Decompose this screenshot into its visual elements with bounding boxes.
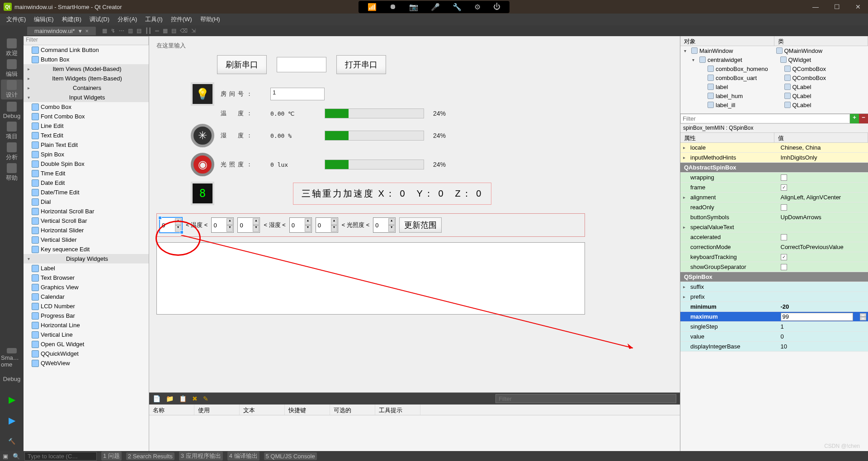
widgetbox-item[interactable]: Calendar xyxy=(24,292,149,301)
object-row[interactable]: comboBox_uartQComboBox xyxy=(680,73,868,82)
property-row[interactable]: ▸prefix xyxy=(680,292,868,302)
copy-icon[interactable]: 📋 xyxy=(179,395,187,402)
property-row[interactable]: ▸suffix xyxy=(680,282,868,292)
sidebar-toggle-icon[interactable]: ▣ xyxy=(3,453,8,460)
widgetbox-item[interactable]: Font Combo Box xyxy=(24,112,149,121)
update-range-button[interactable]: 更新范围 xyxy=(399,217,442,233)
spinbox-lux-min[interactable]: 0▲▼ xyxy=(316,217,338,233)
widgetbox-item[interactable]: LCD Number xyxy=(24,301,149,311)
spinbox-lux-max[interactable]: 0▲▼ xyxy=(373,217,396,233)
widgetbox-item[interactable]: Text Edit xyxy=(24,131,149,140)
gear-icon[interactable]: ⚙ xyxy=(474,3,481,11)
widgetbox-item[interactable]: Button Box xyxy=(24,55,149,64)
output-search[interactable]: 2 Search Results xyxy=(126,452,175,460)
layout-vsplit-icon[interactable]: ═ xyxy=(155,28,159,34)
spinbox-hum-min[interactable]: 0▲▼ xyxy=(237,217,260,233)
widgetbox-item[interactable]: Vertical Slider xyxy=(24,235,149,245)
record-icon[interactable]: ⏺ xyxy=(389,3,396,11)
property-row[interactable]: wrapping xyxy=(680,173,868,183)
property-row[interactable]: value0 xyxy=(680,332,868,342)
log-textedit[interactable] xyxy=(156,242,585,315)
spinbox-temp-min[interactable]: 0▲▼ xyxy=(160,217,182,233)
widgetbox-item[interactable]: Horizontal Line xyxy=(24,320,149,330)
property-editor[interactable]: ▸localeChinese, China▸inputMethodHintsIm… xyxy=(680,143,868,451)
widgetbox-category[interactable]: ▸Containers xyxy=(24,83,149,93)
add-property-button[interactable]: + xyxy=(850,114,859,123)
kit-selector[interactable]: Sma…ome xyxy=(1,348,23,368)
tab-mainwindow-ui[interactable]: mainwindow.ui* ▾ × xyxy=(27,27,96,35)
object-row[interactable]: ▾centralwidgetQWidget xyxy=(680,55,868,64)
property-row[interactable]: singleStep1 xyxy=(680,322,868,332)
menu-debug[interactable]: 调试(D) xyxy=(86,14,113,25)
widgetbox-item[interactable]: Combo Box xyxy=(24,102,149,112)
build-button[interactable]: 🔨 xyxy=(1,431,23,451)
widgetbox-item[interactable]: Double Spin Box xyxy=(24,159,149,169)
widgetbox-category[interactable]: ▸Item Views (Model-Based) xyxy=(24,64,149,74)
object-row[interactable]: ▾MainWindowQMainWindow xyxy=(680,46,868,55)
action-filter[interactable] xyxy=(495,394,676,403)
run-button[interactable]: ▶ xyxy=(1,390,23,409)
widgetbox-item[interactable]: Key sequence Edit xyxy=(24,245,149,254)
signal-icon[interactable]: 📶 xyxy=(368,3,377,11)
mode-edit[interactable]: 编辑 xyxy=(1,59,23,79)
property-row[interactable]: ▸inputMethodHintsImhDigitsOnly xyxy=(680,153,868,163)
object-row[interactable]: label_illQLabel xyxy=(680,100,868,109)
camera-icon[interactable]: 📷 xyxy=(409,3,418,11)
mode-debug[interactable]: Debug xyxy=(1,100,23,120)
widgetbox-item[interactable]: Time Edit xyxy=(24,169,149,178)
widgetbox-filter[interactable]: Filter xyxy=(24,36,149,45)
refresh-port-button[interactable]: 刷新串口 xyxy=(217,55,267,74)
mode-analyze[interactable]: 分析 xyxy=(1,142,23,162)
property-row[interactable]: QAbstractSpinBox xyxy=(680,163,868,173)
object-inspector[interactable]: ▾MainWindowQMainWindow▾centralwidgetQWid… xyxy=(680,46,868,114)
maximize-button[interactable]: ☐ xyxy=(830,2,844,11)
property-row[interactable]: QSpinBox xyxy=(680,272,868,282)
property-row[interactable]: minimum-20 xyxy=(680,302,868,312)
widgetbox-item[interactable]: Vertical Scroll Bar xyxy=(24,216,149,226)
menu-help[interactable]: 帮助(H) xyxy=(197,14,224,25)
build-config[interactable]: Debug xyxy=(1,369,23,389)
folder-icon[interactable]: 📁 xyxy=(166,395,174,402)
widgetbox-category[interactable]: ▸Item Widgets (Item-Based) xyxy=(24,74,149,83)
adjust-size-icon[interactable]: ⇲ xyxy=(191,28,196,34)
widgetbox-item[interactable]: Text Browser xyxy=(24,273,149,282)
property-row[interactable]: showGroupSeparator xyxy=(680,262,868,272)
menu-analyze[interactable]: 分析(A) xyxy=(114,14,141,25)
power-icon[interactable]: ⏻ xyxy=(493,3,500,11)
layout-hsplit-icon[interactable]: ┃┃ xyxy=(145,28,151,34)
mode-help[interactable]: 帮助 xyxy=(1,163,23,183)
object-row[interactable]: labelQLabel xyxy=(680,82,868,91)
property-filter[interactable] xyxy=(680,114,850,123)
widgetbox-item[interactable]: Progress Bar xyxy=(24,311,149,320)
mode-welcome[interactable]: 欢迎 xyxy=(1,38,23,58)
widgetbox-item[interactable]: QQuickWidget xyxy=(24,349,149,358)
layout-form-icon[interactable]: ▤ xyxy=(171,28,176,34)
widgetbox-item[interactable]: Horizontal Scroll Bar xyxy=(24,207,149,216)
wrench-icon[interactable]: 🔧 xyxy=(453,3,462,11)
menu-file[interactable]: 文件(E) xyxy=(3,14,29,25)
room-combobox[interactable]: 1 xyxy=(270,88,325,100)
form-canvas[interactable]: 在这里输入 刷新串口 打开串口 💡 房间号： 1 温 度： xyxy=(149,36,680,392)
property-value-input[interactable] xyxy=(781,313,853,321)
edit-widgets-icon[interactable]: ▦ xyxy=(102,28,107,34)
layout-v-icon[interactable]: ▤ xyxy=(137,28,142,34)
new-action-icon[interactable]: 📄 xyxy=(153,395,160,402)
delete-icon[interactable]: ✖ xyxy=(192,395,198,402)
property-row[interactable]: readOnly xyxy=(680,202,868,212)
minimize-button[interactable]: ― xyxy=(809,2,822,11)
spinbox-temp-max[interactable]: 0▲▼ xyxy=(211,217,234,233)
layout-grid-icon[interactable]: ▦ xyxy=(163,28,168,34)
output-compile[interactable]: 4 编译输出 xyxy=(227,452,259,461)
widgetbox-item[interactable]: Command Link Button xyxy=(24,45,149,55)
widgetbox-item[interactable]: Plain Text Edit xyxy=(24,140,149,150)
menu-build[interactable]: 构建(B) xyxy=(58,14,85,25)
break-layout-icon[interactable]: ⌫ xyxy=(180,28,188,34)
close-button[interactable]: ✕ xyxy=(852,2,864,11)
spinbox-hum-max[interactable]: 0▲▼ xyxy=(289,217,312,233)
alarm-icon[interactable]: ◉ xyxy=(191,153,214,176)
object-row[interactable]: comboBox_homenoQComboBox xyxy=(680,64,868,73)
bulb-icon[interactable]: 💡 xyxy=(191,82,214,106)
fan-icon[interactable]: ✳ xyxy=(191,124,214,147)
property-row[interactable]: ▸alignmentAlignLeft, AlignVCenter xyxy=(680,193,868,202)
property-row[interactable]: maximum▲▼ xyxy=(680,312,868,322)
